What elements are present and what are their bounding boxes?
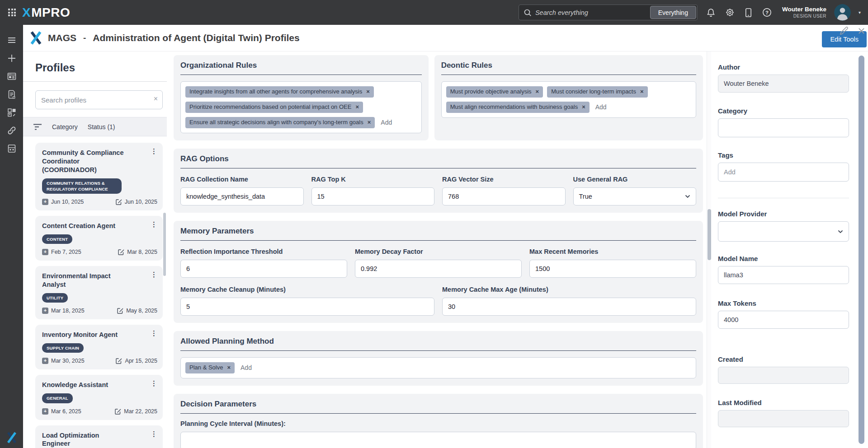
rail-contracts-button[interactable] (0, 85, 23, 103)
max-recent-memories-input[interactable] (529, 260, 696, 278)
profile-category-badge: CONTENT (42, 234, 72, 244)
section-title: Decision Parameters (180, 400, 696, 409)
profile-card[interactable]: Load Optimization Engineer ⋮ UTILITY +Ma… (35, 425, 163, 448)
profile-card[interactable]: Content Creation Agent ⋮ CONTENT +Feb 7,… (35, 216, 163, 261)
remove-chip-icon[interactable]: × (640, 88, 644, 96)
add-planning-method-label[interactable]: Add (241, 364, 252, 371)
divider (180, 75, 422, 75)
rule-chip: Must provide objective analysis× (446, 86, 543, 98)
help-button[interactable]: ? (761, 7, 773, 18)
rail-calculator-button[interactable] (0, 140, 23, 158)
search-scope-button[interactable]: Everything (650, 6, 696, 19)
rail-menu-button[interactable] (0, 31, 23, 49)
cache-cleanup-input[interactable] (180, 298, 434, 316)
add-rule-label[interactable]: Add (595, 103, 607, 111)
rag-vector-size-label: RAG Vector Size (442, 176, 566, 183)
profile-editor: Organizational Rules Integrate insights … (167, 51, 707, 448)
reflection-threshold-input[interactable] (180, 260, 347, 278)
kebab-menu-icon[interactable]: ⋮ (151, 380, 157, 387)
max-tokens-input[interactable] (718, 311, 849, 329)
plus-icon (7, 53, 17, 63)
remove-chip-icon[interactable]: × (366, 88, 370, 96)
rule-chip: Prioritize recommendations based on pote… (185, 102, 363, 113)
planning-cycle-interval-input[interactable] (180, 432, 696, 448)
add-rule-label[interactable]: Add (381, 119, 392, 126)
kebab-menu-icon[interactable]: ⋮ (151, 430, 157, 437)
kebab-menu-icon[interactable]: ⋮ (151, 330, 157, 336)
mobile-app-button[interactable] (743, 7, 754, 19)
help-icon: ? (762, 8, 772, 17)
chevron-down-icon (685, 195, 690, 198)
model-name-input[interactable] (718, 266, 849, 284)
kebab-menu-icon[interactable]: ⋮ (151, 148, 157, 154)
deontic-rules-box[interactable]: Must provide objective analysis× Must co… (441, 81, 696, 118)
profile-card[interactable]: Community & Compliance Coordinator (COOR… (35, 143, 163, 210)
blocks-grid-icon (7, 107, 17, 117)
main-scrollbar-thumb[interactable] (708, 209, 711, 260)
rag-collection-name-input[interactable] (180, 187, 304, 205)
profiles-scrollbar-thumb[interactable] (163, 213, 166, 276)
profile-card[interactable]: Knowledge Assistant ⋮ GENERAL +Mar 6, 20… (35, 375, 163, 420)
edit-pencil-icon[interactable] (839, 26, 849, 37)
filter-icon[interactable] (33, 123, 42, 131)
rail-blocks-button[interactable] (0, 103, 23, 121)
details-scrollbar-thumb[interactable] (859, 56, 864, 444)
user-menu-caret-icon[interactable]: ▾ (859, 10, 861, 15)
tags-input[interactable] (718, 163, 849, 182)
remove-chip-icon[interactable]: × (355, 103, 359, 111)
filter-status[interactable]: Status (1) (88, 123, 115, 131)
filter-category[interactable]: Category (52, 123, 78, 131)
profile-category-badge: UTILITY (42, 293, 68, 303)
profile-category-badge: GENERAL (42, 393, 73, 403)
created-date: +Jun 10, 2025 (42, 199, 84, 205)
rail-add-button[interactable] (0, 49, 23, 67)
memory-decay-factor-input[interactable] (355, 260, 522, 278)
created-date: +Mar 6, 2025 (42, 408, 81, 415)
profile-name: Load Optimization Engineer (42, 431, 126, 448)
created-date: +Mar 30, 2025 (42, 358, 85, 364)
gear-icon (725, 8, 735, 17)
use-general-rag-select[interactable]: True (573, 187, 697, 205)
avatar[interactable] (834, 4, 851, 21)
clear-search-icon[interactable]: × (154, 95, 158, 103)
kebab-menu-icon[interactable]: ⋮ (151, 221, 157, 228)
divider (180, 350, 696, 351)
divider (180, 240, 696, 241)
rag-vector-size-input[interactable] (442, 187, 566, 205)
main-scrollbar (707, 51, 711, 448)
apps-grid-icon[interactable] (8, 9, 16, 16)
settings-button[interactable] (724, 7, 736, 18)
organizational-rules-box[interactable]: Integrate insights from all other agents… (180, 81, 422, 133)
profile-card[interactable]: Inventory Monitor Agent ⋮ SUPPLY CHAIN +… (35, 325, 163, 369)
notifications-button[interactable] (705, 7, 717, 19)
memory-decay-factor-label: Memory Decay Factor (355, 248, 522, 255)
divider (180, 168, 696, 168)
remove-chip-icon[interactable]: × (368, 119, 371, 126)
kebab-menu-icon[interactable]: ⋮ (151, 271, 157, 278)
profile-card[interactable]: Environmental Impact Analyst ⋮ UTILITY +… (35, 266, 163, 319)
category-input[interactable] (718, 118, 849, 137)
user-role: DESIGN USER (782, 14, 826, 19)
model-provider-select[interactable] (718, 221, 849, 242)
left-icon-rail (0, 25, 23, 448)
cache-max-age-input[interactable] (442, 298, 696, 316)
rag-top-k-input[interactable] (311, 187, 435, 205)
close-icon[interactable] (858, 27, 865, 36)
profiles-search-input[interactable] (35, 90, 163, 109)
profile-name: Community & Compliance Coordinator (COOR… (42, 149, 126, 174)
rail-connections-button[interactable] (0, 121, 23, 140)
planning-method-box[interactable]: Plan & Solve× Add (180, 357, 696, 378)
cache-max-age-label: Memory Cache Max Age (Minutes) (442, 286, 696, 293)
details-panel: Author Category Tags Model Provider (711, 51, 868, 448)
remove-chip-icon[interactable]: × (227, 364, 231, 372)
remove-chip-icon[interactable]: × (582, 103, 585, 111)
created-input (718, 367, 849, 384)
xmpro-logo-x: X (22, 5, 31, 19)
remove-chip-icon[interactable]: × (536, 88, 539, 96)
last-modified-input (718, 410, 849, 427)
last-modified-label: Last Modified (718, 399, 849, 406)
svg-text:?: ? (765, 10, 769, 15)
profile-name: Inventory Monitor Agent (42, 331, 126, 339)
profile-name: Knowledge Assistant (42, 381, 126, 389)
rail-pages-button[interactable] (0, 67, 23, 85)
